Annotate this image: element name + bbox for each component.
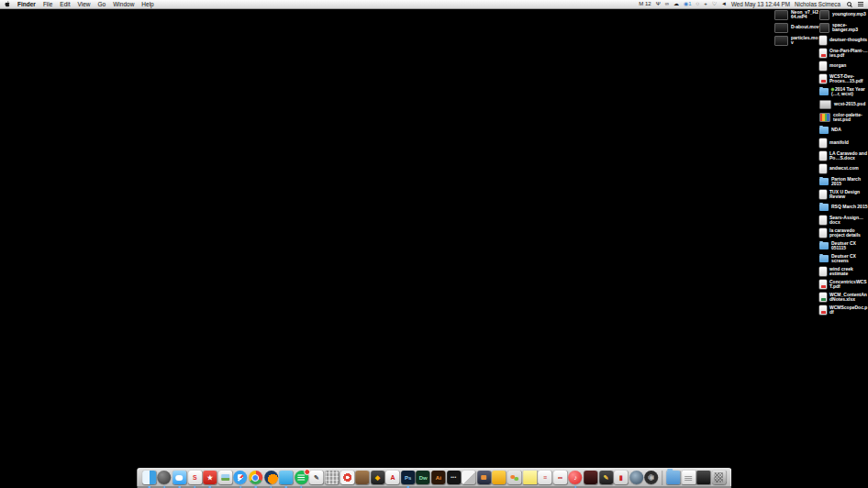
desktop-item[interactable]: manifold <box>819 137 868 150</box>
dock-notebook-app-icon[interactable] <box>355 471 369 484</box>
dock-pen-app-icon[interactable]: ✎ <box>599 471 613 484</box>
dock-separator <box>662 471 662 485</box>
desktop-item[interactable]: wcst-2015.psd <box>819 98 868 111</box>
desktop-item[interactable]: particles.mov <box>774 34 819 47</box>
notification-center-icon[interactable] <box>858 2 863 6</box>
folder-file-icon <box>819 127 829 134</box>
dock-media-app-icon[interactable] <box>584 471 597 484</box>
dock-messages-icon[interactable] <box>172 471 186 484</box>
desktop-item[interactable]: andwcst.com <box>819 162 868 175</box>
desktop-item[interactable]: TUX U Design Review <box>819 188 868 201</box>
dock-bottle-app-icon[interactable]: ▮ <box>614 471 628 484</box>
menu-edit[interactable]: Edit <box>60 1 70 7</box>
desktop-item[interactable]: NDA <box>819 124 868 137</box>
dock-bubbles-app-icon[interactable] <box>507 471 521 484</box>
dock-folder-stack-icon[interactable] <box>666 471 680 484</box>
dock-preview-icon[interactable] <box>218 471 232 484</box>
dock-wunderlist-icon[interactable]: ★ <box>203 471 217 484</box>
dock-trash-icon[interactable] <box>712 471 726 484</box>
desktop-item[interactable]: One-Part-Plant-…ies.pdf <box>819 47 868 60</box>
dock-illustrator-icon[interactable]: Ai <box>431 471 445 484</box>
desktop-item[interactable]: morgan <box>819 60 868 72</box>
timer-icon[interactable]: ◌ <box>696 0 700 8</box>
dock-itunes-icon[interactable]: ♪ <box>569 471 583 484</box>
menu-view[interactable]: View <box>78 1 91 7</box>
desktop-item[interactable]: LA Caravedo and Po…S.docx <box>819 150 868 162</box>
heart-icon[interactable]: ♡ <box>712 0 717 8</box>
video-file-icon <box>774 10 788 20</box>
dock: S★✎◆APsDwAi•••≡∞♪✎▮✱ <box>137 468 731 488</box>
dock-app-s-icon[interactable]: S <box>188 471 202 484</box>
desktop-item[interactable]: Sears-Assign…docx <box>819 214 868 227</box>
dock-downloads-stack-icon[interactable] <box>682 471 696 484</box>
desktop-item[interactable]: ConcentricsWCST.pdf <box>819 278 868 291</box>
pdf-file-icon <box>819 305 827 315</box>
xls-file-icon <box>819 293 827 302</box>
notifier-badge-icon[interactable]: ◉1 <box>684 0 692 8</box>
desktop-item-label: space-banger.mp3 <box>832 23 868 33</box>
desktop-item[interactable]: Parton March 2015 <box>819 175 868 188</box>
desktop-item[interactable]: WCMScopeDoc.pdf <box>819 304 868 316</box>
spotlight-icon[interactable] <box>847 2 851 6</box>
desktop-item[interactable]: space-banger.mp3 <box>819 21 868 34</box>
dock-transmit-truck-icon[interactable] <box>493 471 506 484</box>
dock-stickies-icon[interactable] <box>523 471 537 484</box>
dock-safari-icon[interactable] <box>234 471 248 484</box>
dock-globe-app-icon[interactable] <box>629 471 643 484</box>
dock-dreamweaver-icon[interactable]: Dw <box>417 471 430 484</box>
desktop-item[interactable]: Deutser CX screens <box>819 252 868 265</box>
menu-clock[interactable]: Wed May 13 12:44 PM <box>731 1 790 7</box>
dock-dark-stack-icon[interactable] <box>696 471 710 484</box>
dock-chrome-icon[interactable] <box>249 471 262 484</box>
desktop-item[interactable]: youngtony.mp3 <box>819 8 868 21</box>
menu-user-name[interactable]: Nicholas Scimeca <box>795 1 840 7</box>
m-indicator[interactable]: M 12 <box>639 0 651 8</box>
plug-icon[interactable]: Ψ <box>656 0 661 8</box>
sync-infinity-icon[interactable]: ∞ <box>665 0 669 8</box>
dock-dots-app-icon[interactable]: ••• <box>447 471 461 484</box>
desktop-item[interactable]: D-about.mov <box>774 21 819 34</box>
desktop-item-label: WCM_ContentAndNotes.xlsx <box>829 293 868 303</box>
dock-gear-app-icon[interactable]: ✱ <box>645 471 659 484</box>
volume-icon[interactable]: ◄ <box>721 0 727 8</box>
menu-file[interactable]: File <box>43 1 52 7</box>
dock-tweetbot-icon[interactable] <box>158 471 172 484</box>
menu-window[interactable]: Window <box>113 1 134 7</box>
desktop-item-label: WCST-Dev-Proces…15.pdf <box>829 74 868 84</box>
menu-help[interactable]: Help <box>141 1 153 7</box>
dock-lens-app-icon[interactable] <box>340 471 354 484</box>
desktop-item[interactable]: WCST-Dev-Proces…15.pdf <box>819 72 868 85</box>
dock-textedit-icon[interactable]: ✎ <box>310 471 324 484</box>
desktop-item[interactable]: Deutser CX 051115 <box>819 239 868 252</box>
apple-menu[interactable] <box>5 1 10 7</box>
dock-notes-list-app-icon[interactable]: ≡ <box>538 471 551 484</box>
menu-app-name[interactable]: Finder <box>17 1 36 7</box>
desktop-item[interactable]: 2014 Tax Year (…r, wcst) <box>819 85 868 98</box>
desktop-item-label: wcst-2015.psd <box>834 102 868 106</box>
desktop-item-label: LA Caravedo and Po…S.docx <box>829 151 868 161</box>
add-icon[interactable]: + <box>704 0 707 8</box>
dock-box-app-icon[interactable] <box>477 471 491 484</box>
desktop-item[interactable]: WCM_ContentAndNotes.xlsx <box>819 291 868 304</box>
desktop-item[interactable]: Neon_v7_H264.mP4 <box>774 8 819 21</box>
desktop-item[interactable]: RSQ March 2015 <box>819 201 868 214</box>
dock-diamonds-app-icon[interactable]: ∞ <box>553 471 567 484</box>
dock-photos-stack-app-icon[interactable] <box>462 471 475 484</box>
dock-finder-icon[interactable] <box>142 471 156 484</box>
desktop-item-label: NDA <box>831 128 868 132</box>
desktop-item-label: Parton March 2015 <box>831 177 868 187</box>
menu-go[interactable]: Go <box>98 1 106 7</box>
dock-spotify-icon[interactable] <box>295 471 308 484</box>
desktop-item-label: color-palette-test.psd <box>833 113 868 123</box>
dock-twitter-icon[interactable] <box>279 471 293 484</box>
upload-cloud-icon[interactable]: ☁ <box>673 0 679 8</box>
dock-sketch-icon[interactable]: ◆ <box>371 471 384 484</box>
desktop-item[interactable]: deutser-thoughts <box>819 34 868 47</box>
dock-acrobat-icon[interactable]: A <box>386 471 400 484</box>
dock-grid-app-icon[interactable] <box>325 471 339 484</box>
dock-photoshop-icon[interactable]: Ps <box>401 471 415 484</box>
desktop-item[interactable]: la caravedo project details <box>819 227 868 239</box>
desktop-item[interactable]: color-palette-test.psd <box>819 111 868 124</box>
dock-firefox-icon[interactable] <box>264 471 278 484</box>
desktop-item[interactable]: wind creek estimate <box>819 265 868 278</box>
